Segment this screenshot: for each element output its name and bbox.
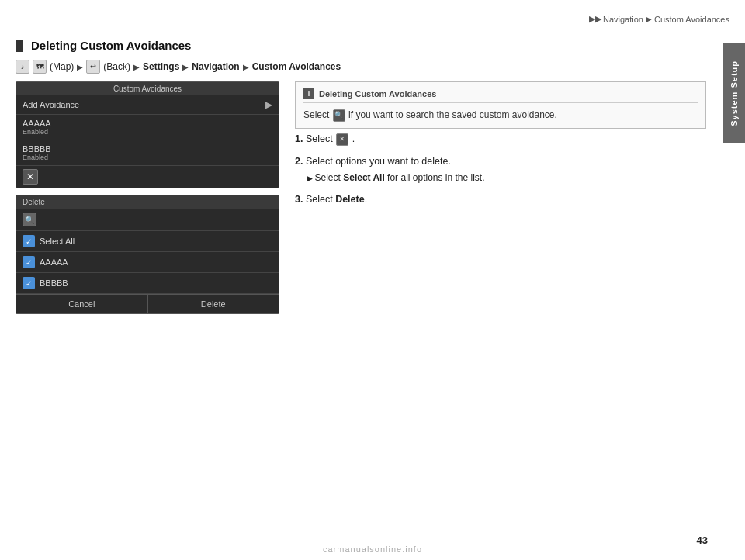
screen2-select-all-label: Select All	[40, 237, 74, 246]
screen1-item2-name: BBBBB	[23, 144, 51, 154]
screen1-item1-sub: Enabled	[23, 128, 51, 136]
left-column: Custom Avoidances Add Avoidance ▶ AAAAA …	[16, 81, 279, 320]
screen1-item2-row: BBBBB Enabled	[16, 140, 279, 166]
note-box-icon: i	[303, 88, 314, 99]
screen2-cancel-btn[interactable]: Cancel	[16, 295, 148, 313]
nav-back-label: (Back)	[103, 61, 130, 72]
steps-section: 1. Select ✕ . 2. Select options you want…	[295, 132, 706, 206]
screen1-add-arrow: ▶	[265, 99, 272, 110]
screen2-checkmark2: ✓	[23, 277, 35, 289]
search-icon: 🔍	[23, 213, 36, 226]
back-icon: ↩	[86, 60, 100, 74]
nav-arrow1: ▶	[77, 63, 83, 71]
step2-text: Select options you want to delete.	[306, 156, 451, 167]
step1-text: Select	[306, 133, 335, 144]
nav-settings: Settings	[143, 61, 179, 72]
title-bar-decoration	[16, 40, 23, 52]
screen1-item2-sub: Enabled	[23, 154, 51, 161]
screen1-item1-row: AAAAA Enabled	[16, 115, 279, 140]
breadcrumb-arrows: ▶▶	[589, 14, 601, 24]
step-3: 3. Select Delete.	[295, 192, 706, 207]
right-column: i Deleting Custom Avoidances Select 🔍 if…	[295, 81, 706, 320]
note-box-title: i Deleting Custom Avoidances	[303, 88, 698, 103]
step1-period: .	[352, 133, 355, 144]
step1-num: 1.	[295, 133, 303, 144]
screen2-checkmark1: ✓	[23, 256, 35, 268]
nav-custom-avoidances: Custom Avoidances	[252, 61, 341, 72]
screen2-checkmark-all: ✓	[23, 235, 35, 247]
nav-navigation: Navigation	[192, 61, 239, 72]
step1-x-icon: ✕	[336, 133, 348, 146]
screen-custom-avoidances: Custom Avoidances Add Avoidance ▶ AAAAA …	[16, 81, 279, 188]
navigation-path: ♪ 🗺 (Map) ▶ ↩ (Back) ▶ Settings ▶ Naviga…	[16, 60, 706, 74]
map-icon: 🗺	[33, 60, 47, 74]
step3-num: 3.	[295, 194, 303, 205]
section-title-text: Deleting Custom Avoidances	[31, 39, 191, 52]
step-2: 2. Select options you want to delete. Se…	[295, 154, 706, 185]
screen1-item1: AAAAA Enabled	[23, 119, 51, 136]
screen2-item1-label: AAAAA	[40, 258, 68, 267]
watermark: carmanualsonline.info	[323, 544, 422, 554]
note-select-text: Select	[303, 109, 329, 120]
two-column-layout: Custom Avoidances Add Avoidance ▶ AAAAA …	[16, 81, 706, 320]
note-search-icon: 🔍	[333, 109, 345, 122]
note-rest-text: if you want to search the saved custom a…	[348, 109, 557, 120]
screen2-select-all-row: ✓ Select All	[16, 231, 279, 252]
screen1-item2: BBBBB Enabled	[23, 144, 51, 161]
screen2-item2-row: ✓ BBBBB .	[16, 273, 279, 294]
screen2-footer: Cancel Delete	[16, 294, 279, 313]
system-setup-tab: System Setup	[723, 43, 745, 143]
screen-delete: Delete 🔍 ✓ Select All ✓ AAAAA ✓ BBBBB .	[16, 195, 279, 314]
screen2-item1-row: ✓ AAAAA	[16, 252, 279, 273]
screen2-header: Delete	[16, 195, 279, 209]
nav-arrow3: ▶	[182, 63, 189, 71]
breadcrumb-divider	[16, 33, 729, 33]
screen2-item2-label: BBBBB	[40, 278, 68, 288]
step2-sub: Select Select All for all options in the…	[307, 171, 706, 185]
screen2-delete-btn[interactable]: Delete	[148, 295, 279, 313]
breadcrumb: ▶▶ Navigation ▶ Custom Avoidances	[589, 14, 729, 24]
step-1: 1. Select ✕ .	[295, 132, 706, 147]
step3-text: Select Delete.	[306, 194, 367, 205]
main-content: Deleting Custom Avoidances ♪ 🗺 (Map) ▶ ↩…	[16, 39, 706, 529]
screen1-header: Custom Avoidances	[16, 82, 279, 95]
section-title-block: Deleting Custom Avoidances	[16, 39, 706, 52]
screen2-search-row: 🔍	[16, 209, 279, 231]
delete-x-icon: ✕	[23, 169, 38, 185]
note-box: i Deleting Custom Avoidances Select 🔍 if…	[295, 81, 706, 129]
page-number: 43	[697, 534, 708, 546]
right-tab-label: System Setup	[729, 60, 739, 126]
breadcrumb-sep1: ▶	[646, 15, 652, 23]
voice-icon: ♪	[16, 60, 29, 74]
screen1-add-row: Add Avoidance ▶	[16, 95, 279, 115]
screen1-add-label: Add Avoidance	[23, 100, 261, 109]
breadcrumb-part1: Navigation	[603, 15, 643, 24]
screen2-item2-dot: .	[74, 279, 77, 287]
note-box-title-text: Deleting Custom Avoidances	[319, 89, 436, 99]
nav-arrow4: ▶	[243, 63, 249, 71]
screen1-bottom-row: ✕	[16, 166, 279, 188]
step2-num: 2.	[295, 156, 303, 167]
screen1-item1-name: AAAAA	[23, 119, 51, 128]
nav-arrow2: ▶	[133, 63, 140, 71]
note-box-body: Select 🔍 if you want to search the saved…	[303, 108, 698, 122]
nav-map-label: (Map)	[50, 61, 74, 72]
breadcrumb-part2: Custom Avoidances	[654, 15, 729, 24]
